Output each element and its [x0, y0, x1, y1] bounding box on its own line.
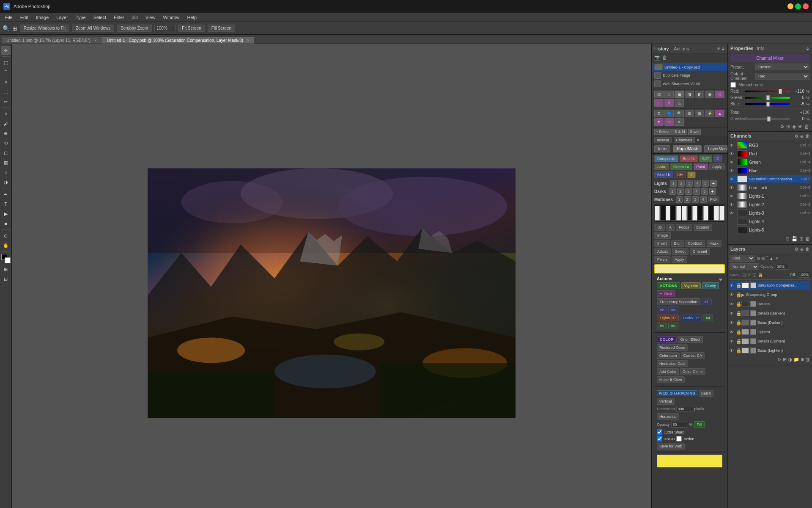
info-tab[interactable]: Info — [757, 46, 764, 51]
channel-lights1-vis[interactable]: 👁 — [730, 194, 735, 199]
blueb-button[interactable]: Blue / b — [654, 171, 673, 178]
marquee-tool[interactable]: ⬚ — [1, 58, 11, 67]
minimize-button[interactable] — [787, 3, 793, 9]
sm-button[interactable]: S & M — [672, 129, 687, 135]
num3-btn[interactable]: #3 — [668, 306, 678, 313]
lights-btn-4[interactable]: 4 — [694, 180, 701, 187]
piano-key-7[interactable] — [687, 206, 692, 221]
layer-icon-btn-1[interactable]: ▤ — [654, 91, 664, 98]
channels-marching-ants-icon[interactable]: ⊙ — [785, 236, 790, 242]
image-button[interactable]: Image — [654, 232, 671, 239]
channel-lights2[interactable]: 👁 Lights-2 Ctrl+8 — [730, 200, 810, 209]
close-tab-1[interactable]: × — [94, 38, 97, 43]
preset-select[interactable]: Custom — [755, 64, 809, 70]
channel-lights1[interactable]: 👁 Lights-1 Ctrl+7 — [730, 192, 810, 200]
select-button[interactable]: * Select — [654, 129, 672, 135]
piano-key-13[interactable] — [719, 206, 724, 221]
blend-mode-select[interactable]: Normal — [730, 263, 759, 270]
focus-button[interactable]: Focus — [676, 224, 692, 231]
darks-btn-4[interactable]: 4 — [693, 188, 700, 195]
constant-handle[interactable] — [767, 116, 771, 121]
fill-btn[interactable]: Fill — [694, 421, 705, 428]
piano-key-2[interactable] — [660, 206, 665, 221]
layer-lighten-vis[interactable]: 👁 — [730, 330, 735, 334]
panel-menu-icon[interactable]: ≡ — [717, 46, 720, 51]
close-tab-2[interactable]: × — [247, 38, 250, 43]
a-button[interactable]: A — [666, 224, 675, 231]
darks-tp-btn[interactable]: Darks TP — [680, 315, 702, 321]
argb-checkbox[interactable] — [657, 436, 662, 442]
layer-icon-btn-7[interactable]: ⬡ — [715, 91, 724, 98]
channel-blue-vis[interactable]: 👁 — [730, 168, 735, 173]
lights-btn-5[interactable]: 5 — [702, 180, 709, 187]
channels-save-icon[interactable]: 💾 — [791, 236, 798, 242]
menu-view[interactable]: View — [142, 14, 159, 21]
c-button[interactable]: C — [713, 155, 722, 162]
layer-icon-btn-20[interactable]: ✕ — [675, 118, 684, 126]
layers-delete-icon[interactable]: 🗑 — [805, 247, 809, 251]
rm-input-box[interactable] — [654, 264, 725, 273]
layers-kind-select[interactable]: Kind — [730, 255, 755, 262]
dimension-input[interactable] — [676, 406, 693, 412]
brush-tool[interactable]: 🖌 — [1, 119, 11, 128]
layer-icon-btn-16[interactable]: ⚡ — [705, 110, 714, 117]
filter-toggle[interactable]: ✕ — [775, 256, 779, 261]
fill-input[interactable] — [798, 272, 810, 278]
layer-darken-vis[interactable]: 👁 — [730, 302, 735, 306]
eyedropper-tool[interactable]: ✏ — [1, 97, 11, 106]
mask-icon[interactable]: ◈ — [792, 124, 796, 130]
freq-btn[interactable]: Frequency Separation — [657, 298, 700, 305]
neutralize-btn[interactable]: Neutralize Cast — [657, 360, 688, 367]
channel-lights2-vis[interactable]: 👁 — [730, 202, 735, 207]
layer-sharp-vis[interactable]: 👁 — [730, 293, 735, 297]
piano-key-5[interactable] — [676, 206, 681, 221]
layer-bl-vis[interactable]: 👁 — [730, 348, 735, 353]
inverse-button[interactable]: Inverse — [654, 137, 672, 143]
y-button[interactable]: Y — [687, 171, 696, 178]
menu-edit[interactable]: Edit — [17, 14, 32, 21]
actions-tab[interactable]: Actions — [674, 46, 689, 51]
layer-row-sharpening[interactable]: 👁 🔒 ▶ Sharpening Group — [730, 290, 810, 299]
blue-slider-track[interactable] — [745, 103, 790, 105]
move-tool[interactable]: ✛ — [1, 46, 11, 55]
panel-expand-icon[interactable]: ⬙ — [721, 46, 725, 51]
constant-slider[interactable] — [745, 118, 790, 120]
clarity-btn[interactable]: Clarity — [702, 282, 719, 289]
lock-all-icon[interactable]: 🔒 — [758, 273, 763, 277]
history-delete-icon[interactable]: 🗑 — [662, 55, 667, 61]
darks-btn-5[interactable]: 5 — [701, 188, 708, 195]
layer-row-lighten[interactable]: 👁 🔒 Lighten — [730, 327, 810, 337]
color-lum-btn[interactable]: Color Lum — [657, 352, 680, 359]
settings-icon[interactable]: ⚙ — [780, 124, 785, 130]
layer-add-icon[interactable]: ⊕ — [801, 357, 804, 362]
tab-file1[interactable]: Untitled-1.psb @ 16.7% (Layer 11, RGB/16… — [2, 37, 102, 44]
layer-fx-icon[interactable]: fx — [778, 357, 782, 362]
sat-button[interactable]: SAT — [699, 155, 712, 162]
layer-row-basic-lighten[interactable]: 👁 🔒 Basic (Lighten) — [730, 346, 810, 355]
zoom-tool-icon[interactable]: 🔍 — [3, 25, 10, 32]
layers-expand-icon[interactable]: ⬙ — [800, 247, 804, 251]
zoom-input[interactable] — [154, 25, 176, 31]
layer-row-basic-darken[interactable]: 👁 🔒 Basic (Darken) — [730, 318, 810, 327]
lights-btn-1[interactable]: 1 — [670, 180, 677, 187]
properties-expand[interactable]: ⬙ — [806, 46, 809, 51]
lights-btn-3[interactable]: 3 — [686, 180, 693, 187]
darks-btn-3[interactable]: 3 — [685, 188, 692, 195]
layer-dd-vis[interactable]: 👁 — [730, 311, 735, 316]
rapidmask-tab-btn[interactable]: RapidMask — [673, 145, 702, 152]
channel-lights3[interactable]: 👁 Lights-3 Ctrl+9 — [730, 209, 810, 217]
layer-icon-btn-2[interactable]: □ — [664, 91, 674, 98]
makeit-btn[interactable]: Make-It-Glow — [657, 376, 685, 383]
foreground-background-colors[interactable] — [1, 254, 11, 263]
adjust-button[interactable]: Adjust — [654, 248, 671, 255]
correct-ca-btn[interactable]: Correct CA — [681, 352, 705, 359]
layer-icon-btn-17[interactable]: ▲ — [715, 110, 724, 117]
channel-lights4[interactable]: 👁 Lights-4 — [730, 217, 810, 226]
quick-select-tool[interactable]: ⌗ — [1, 77, 11, 87]
num5-btn[interactable]: #5 — [657, 323, 667, 329]
save-button[interactable]: Save — [688, 129, 701, 135]
redl-button[interactable]: Red / L — [680, 155, 698, 162]
midtones-btn-1[interactable]: 1 — [676, 196, 683, 203]
layer-icon-btn-15[interactable]: ⊠ — [695, 110, 704, 117]
lock-pixels-icon[interactable]: ⊡ — [742, 273, 746, 277]
